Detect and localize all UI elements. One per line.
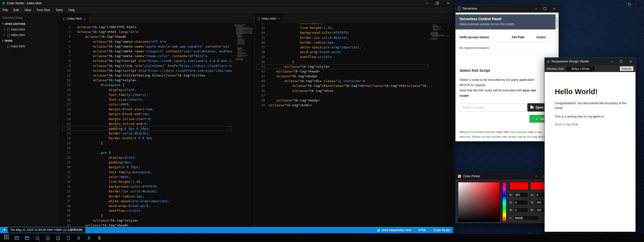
channel-input-g[interactable] [514,200,528,205]
code-line[interactable]: 19 margin-block-end:1em; [62,112,232,116]
close-icon[interactable] [3,33,6,37]
code-area-1[interactable]: 1<class="tk-tag">!DOCTYPE html>2<class="… [60,23,232,227]
code-line[interactable]: 37 white-space:pre-wrap!important; [62,199,232,203]
start-button-icon[interactable] [3,235,10,241]
code-line[interactable]: 49</class="tk-tag">html> [429,39,449,40]
code-line[interactable]: 32 color:#666; [62,175,232,179]
scrollbar-thumb[interactable] [556,17,558,28]
code-line[interactable]: 1<class="tk-tag">!DOCTYPE html> [62,25,232,29]
channel-input-r[interactable] [514,192,528,197]
minimize-button[interactable] [607,58,616,65]
phone-app-icon[interactable] [65,235,72,241]
app-window-icon-2[interactable] [24,235,30,241]
code-line[interactable]: 35 border:1px solid #e1e1e1; [62,189,232,194]
sidebar-file-item[interactable]: index.html [0,44,60,49]
minimap-2[interactable]: 32 color:#666;33 line-height:1.45;34 bac… [429,24,449,224]
system-widget[interactable] [635,1,642,8]
code-line[interactable]: 42 </class="tk-tag">head> [62,223,232,227]
code-line[interactable]: 47 [256,93,428,98]
channel-input-b[interactable] [514,208,528,213]
code-line[interactable]: 13 blockquote { [62,83,232,87]
refresh-button[interactable]: Refresh [620,66,633,71]
code-line[interactable]: 34 background-color:#f9f9f9; [62,184,232,189]
sidebar-file-item[interactable]: index.html [0,27,60,32]
code-line[interactable]: 35 border:1px solid #e1e1e1; [256,35,428,40]
editor-body-1[interactable]: 1<class="tk-tag">!DOCTYPE html>2<class="… [60,23,255,227]
code-line[interactable]: 24 border-width:0 0 0 5px [62,136,232,141]
studio-app-icon-orange[interactable]: S [96,235,103,241]
scroll-up-icon[interactable] [556,13,559,16]
code-line[interactable]: 28 display:block; [62,155,232,160]
code-line[interactable]: 23 border:solid #b1b1b1; [62,131,232,136]
code-line[interactable]: 45 <class="tk-tag">h1><class="tk-tag">br… [256,83,428,88]
maximize-button[interactable] [540,4,549,13]
code-line[interactable]: 36 border-radius:2px; [256,40,428,45]
code-line[interactable]: 27 pre { [62,150,232,155]
code-line[interactable]: 39 overflow:visible [62,208,232,213]
page-link[interactable]: Back to Aprintlab [555,123,578,126]
tab-index-html-1[interactable]: index.html [60,14,88,23]
code-line[interactable]: 8 <class="tk-tag">script src="https://co… [62,58,232,63]
code-line[interactable]: 46 </class="tk-tag">div> [256,88,428,93]
menu-edit[interactable]: Edit [11,7,22,14]
code-line[interactable]: 3 <class="tk-tag">head> [62,34,232,39]
files-app-icon[interactable] [44,235,51,241]
code-line[interactable]: 5 <class="tk-tag">meta name="apple-mobil… [62,44,232,49]
code-line[interactable]: 40 } [62,213,232,218]
hue-slider[interactable] [502,182,506,222]
code-line[interactable]: 31 font-family:monospace; [62,170,232,175]
code-line[interactable]: 14 display:block; [62,87,232,92]
app-window-icon-1[interactable] [13,235,20,241]
minimap-1[interactable]: 1<class="tk-tag">!DOCTYPE html>2<class="… [234,24,253,224]
code-line[interactable]: 9 <class="tk-tag">link rel="stylesheet" … [62,63,232,68]
code-line[interactable]: 16 font-size:inherit; [62,97,232,102]
editor-body-2[interactable]: 32 color:#666;33 line-height:1.45;34 bac… [255,23,453,227]
code-line[interactable]: 49</class="tk-tag">html> [256,103,428,108]
editor-app-icon[interactable] [55,235,61,241]
close-icon[interactable] [3,28,6,31]
menu-file[interactable]: File [0,7,11,14]
code-line[interactable]: 34 background-color:#f9f9f9; [256,30,428,35]
minimize-button[interactable] [531,173,540,180]
refresh-icon[interactable] [628,2,631,7]
code-line[interactable]: 39 overflow:visible [256,54,428,59]
tab-index-html-2[interactable]: index.html [255,14,283,23]
code-line[interactable]: 29 padding:8px; [62,160,232,165]
sidebar-section-open-editors[interactable]: OPEN EDITORS [0,21,60,27]
statusbar-item-2[interactable]: Code Studio [434,228,450,232]
code-line[interactable]: 38 word-wrap:break-word; [62,203,232,208]
statusbar-item-1[interactable]: HTML [418,228,426,232]
code-line[interactable]: 44 <class="tk-tag">div class="ui contain… [256,79,428,83]
code-line[interactable]: 43 <class="tk-tag">body> [256,74,428,79]
code-line[interactable]: 15 font-family:inherit; [62,92,232,97]
code-line[interactable]: 40 } [256,59,428,64]
studio-app-icon-teal[interactable]: S [86,235,92,241]
menu-tools[interactable]: Tools [53,7,66,14]
menu-help[interactable]: Help [66,7,78,14]
sidebar-file-item[interactable]: index.html [0,32,60,38]
code-line[interactable]: 4 <class="tk-tag">meta charset="UTF-8"> [62,39,232,44]
close-button[interactable] [626,58,635,65]
script-location-input[interactable] [459,103,527,112]
code-line[interactable]: 21 margin-inline-end:0; [62,121,232,126]
menu-view[interactable]: View [22,7,34,14]
code-line[interactable]: 33 line-height:1.45; [62,179,232,184]
minimize-button[interactable] [531,4,540,13]
code-line[interactable]: 32 color:#666; [256,23,428,25]
code-line[interactable]: 37 white-space:pre-wrap!important; [256,45,428,50]
saturation-brightness-field[interactable] [458,182,500,222]
code-line[interactable]: 6 <class="tk-tag">meta name="viewport" c… [62,49,232,54]
minimize-button[interactable] [422,0,433,6]
menu-font-size[interactable]: Font Size [34,7,53,14]
code-line[interactable]: 41 </class="tk-tag">style> [62,218,232,223]
code-line[interactable]: 18 margin-block-start:1em; [62,107,232,112]
code-line[interactable]: 11 <class="tk-tag">title>Testing Site</c… [62,73,232,78]
code-line[interactable]: 12 <class="tk-tag">style> [62,78,232,83]
studio-app-icon-blue[interactable]: S [75,235,82,241]
code-line[interactable]: 33 line-height:1.45; [256,25,428,30]
code-line[interactable]: 42 </class="tk-tag">head> [234,59,253,60]
code-line[interactable]: 20 margin-inline-start:0; [62,117,232,121]
code-line[interactable]: 48 </class="tk-tag">body> [256,98,428,103]
window-size-value[interactable]: 361px x 627px [566,66,595,71]
browser-app-icon[interactable] [34,235,41,241]
